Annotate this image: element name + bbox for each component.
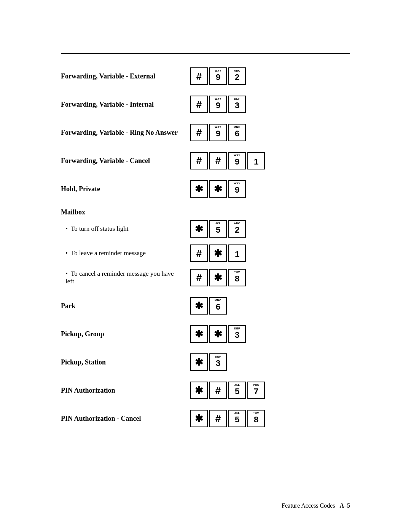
key-main-digit: 6 — [235, 129, 239, 138]
key-symbol: # — [196, 248, 202, 258]
mailbox-sub-text: To cancel a reminder message you have le… — [65, 270, 174, 285]
key: TUV8 — [228, 269, 246, 286]
key: WXY9 — [228, 180, 246, 198]
key: WXY9 — [228, 152, 246, 169]
key-symbol: # — [196, 273, 202, 283]
feature-row-pickup-group: Pickup, Group✱✱DEF3 — [61, 325, 350, 343]
keys-group: ##WXY91 — [190, 152, 265, 169]
key: # — [190, 269, 208, 286]
feature-label-text: Pickup, Group — [61, 330, 104, 338]
feature-row-pickup-station: Pickup, Station✱DEF3 — [61, 353, 350, 371]
keys-group: ✱JKL5ABC2 — [190, 220, 246, 238]
bullet-icon: • — [65, 225, 68, 233]
keys-group: ✱#JKL5TUV8 — [190, 410, 265, 427]
bullet-icon: • — [65, 270, 68, 278]
key: # — [190, 124, 208, 141]
key-sub-label: WXY — [234, 182, 240, 185]
key-symbol: ✱ — [214, 248, 222, 258]
key-symbol: ✱ — [195, 301, 203, 311]
feature-row-hold-private: Hold, Private✱✱WXY9 — [61, 180, 350, 198]
key-symbol: # — [215, 385, 221, 395]
key: ✱ — [190, 382, 208, 399]
feature-label-fwd-var-internal: Forwarding, Variable - Internal — [61, 101, 190, 109]
feature-label-text: PIN Authorization — [61, 387, 115, 394]
key: ✱ — [190, 297, 208, 315]
key-symbol: ✱ — [214, 184, 222, 194]
mailbox-section: Mailbox•To turn off status light✱JKL5ABC… — [61, 208, 350, 286]
key-main-digit: 3 — [235, 331, 239, 339]
key-symbol: ✱ — [195, 385, 203, 395]
top-rule — [61, 53, 350, 54]
feature-row-fwd-var-external: Forwarding, Variable - External#WXY9ABC2 — [61, 67, 350, 85]
key: JKL5 — [209, 220, 227, 238]
key-main-digit: 3 — [235, 101, 239, 110]
key-main-digit: 5 — [235, 387, 239, 396]
key: ✱ — [209, 325, 227, 343]
keys-group: #WXY9ABC2 — [190, 67, 246, 85]
key-sub-label: MNO — [234, 126, 241, 128]
key: WXY9 — [209, 67, 227, 85]
key-symbol: ✱ — [195, 414, 203, 423]
key-symbol: ✱ — [195, 224, 203, 234]
keys-group: ✱MNO6 — [190, 297, 227, 315]
key-symbol: ✱ — [214, 273, 222, 283]
key-sub-label: DEF — [234, 97, 240, 100]
page: Forwarding, Variable - External#WXY9ABC2… — [0, 0, 411, 532]
feature-label-fwd-var-rna: Forwarding, Variable - Ring No Answer — [61, 129, 190, 137]
key-main-digit: 9 — [216, 73, 220, 81]
key-sub-label: DEF — [234, 327, 240, 330]
keys-group: #✱TUV8 — [190, 269, 246, 286]
keys-group: ✱#JKL5PRS7 — [190, 382, 265, 399]
feature-label-pin-auth: PIN Authorization — [61, 387, 190, 395]
key-sub-label: JKL — [234, 412, 240, 414]
feature-label-text: Pickup, Station — [61, 358, 106, 366]
key-main-digit: 9 — [216, 101, 220, 110]
feature-row-pin-auth: PIN Authorization✱#JKL5PRS7 — [61, 382, 350, 399]
key-main-digit: 2 — [235, 73, 239, 81]
key: MNO6 — [228, 124, 246, 141]
key-main-digit: 1 — [235, 250, 239, 259]
keys-group: #✱1 — [190, 244, 246, 262]
feature-label-text: Forwarding, Variable - External — [61, 72, 155, 80]
key: WXY9 — [209, 96, 227, 113]
key-sub-label: WXY — [215, 126, 221, 128]
key-main-digit: 5 — [235, 415, 239, 424]
key: ABC2 — [228, 220, 246, 238]
key: DEF3 — [228, 96, 246, 113]
key: ✱ — [190, 220, 208, 238]
key-sub-label: MNO — [215, 299, 221, 302]
key: 1 — [247, 152, 265, 169]
key: ✱ — [190, 410, 208, 427]
feature-label-text: Forwarding, Variable - Ring No Answer — [61, 129, 178, 136]
key-symbol: ✱ — [214, 329, 222, 339]
feature-row-pin-auth-cancel: PIN Authorization - Cancel✱#JKL5TUV8 — [61, 410, 350, 427]
keys-group: ✱✱WXY9 — [190, 180, 246, 198]
feature-label-text: Forwarding, Variable - Internal — [61, 101, 154, 108]
key: ✱ — [190, 180, 208, 198]
mailbox-sub-text: To leave a reminder message — [71, 249, 146, 257]
feature-label-text: Forwarding, Variable - Cancel — [61, 157, 150, 165]
key: JKL5 — [228, 410, 246, 427]
key-sub-label: TUV — [253, 412, 259, 414]
key: TUV8 — [247, 410, 265, 427]
key-main-digit: 8 — [254, 415, 258, 424]
key-sub-label: TUV — [234, 271, 240, 273]
key: # — [209, 410, 227, 427]
key: # — [209, 382, 227, 399]
key: # — [190, 152, 208, 169]
key-symbol: # — [196, 99, 202, 109]
key: ✱ — [190, 325, 208, 343]
key-symbol: # — [196, 71, 202, 81]
keys-group: #WXY9DEF3 — [190, 96, 246, 113]
feature-row-park: Park✱MNO6 — [61, 297, 350, 315]
key-main-digit: 1 — [254, 158, 258, 166]
key-main-digit: 9 — [235, 158, 239, 166]
key: # — [190, 67, 208, 85]
feature-row-fwd-var-rna: Forwarding, Variable - Ring No Answer#WX… — [61, 124, 350, 141]
features-section-top: Forwarding, Variable - External#WXY9ABC2… — [61, 67, 350, 198]
key: DEF3 — [209, 353, 227, 371]
key-main-digit: 5 — [216, 226, 220, 234]
key: # — [190, 244, 208, 262]
mailbox-sub-text: To turn off status light — [71, 225, 129, 232]
mailbox-sub-label-mailbox-reminder: •To leave a reminder message — [61, 249, 190, 257]
